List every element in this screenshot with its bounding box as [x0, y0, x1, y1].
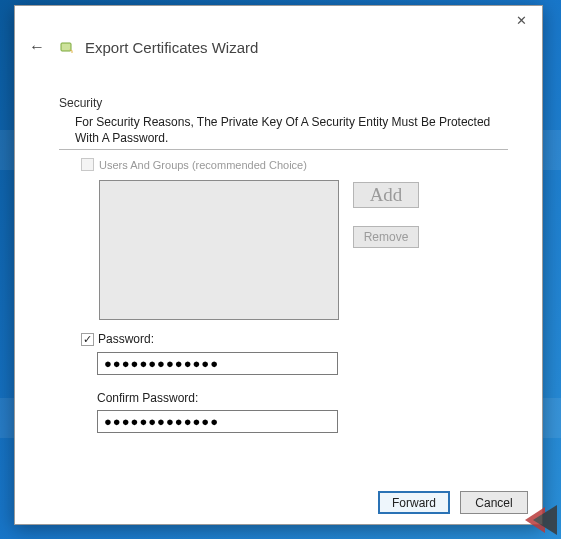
certificate-wizard-icon: [59, 39, 75, 55]
add-button: Add: [353, 182, 419, 208]
confirm-password-input[interactable]: [97, 410, 338, 433]
svg-rect-0: [61, 43, 71, 51]
cancel-button[interactable]: Cancel: [460, 491, 528, 514]
password-input[interactable]: [97, 352, 338, 375]
users-groups-checkbox: [81, 158, 94, 171]
users-groups-row: Users And Groups (recommended Choice): [59, 158, 508, 171]
divider: [59, 149, 508, 150]
remove-button: Remove: [353, 226, 419, 248]
password-label: Password:: [98, 332, 154, 346]
password-check-row: Password:: [81, 332, 508, 346]
users-groups-label: Users And Groups (recommended Choice): [99, 159, 307, 171]
forward-button[interactable]: Forward: [378, 491, 450, 514]
principals-listbox: [99, 180, 339, 320]
confirm-password-label: Confirm Password:: [81, 391, 508, 405]
password-block: Password: Confirm Password:: [59, 332, 508, 433]
titlebar: ✕: [15, 6, 542, 34]
close-icon[interactable]: ✕: [508, 10, 534, 30]
section-heading: Security: [59, 96, 508, 110]
principals-area: Add Remove: [59, 180, 508, 320]
password-checkbox[interactable]: [81, 333, 94, 346]
back-arrow-icon[interactable]: ←: [25, 36, 49, 58]
content-area: Security For Security Reasons, The Priva…: [15, 60, 542, 459]
header-row: ← Export Certificates Wizard: [15, 34, 542, 60]
footer-buttons: Forward Cancel: [378, 491, 528, 514]
section-description: For Security Reasons, The Private Key Of…: [59, 114, 508, 146]
listbox-side-buttons: Add Remove: [353, 180, 419, 248]
wizard-title: Export Certificates Wizard: [85, 39, 258, 56]
wizard-window: ✕ ← Export Certificates Wizard Security …: [14, 5, 543, 525]
